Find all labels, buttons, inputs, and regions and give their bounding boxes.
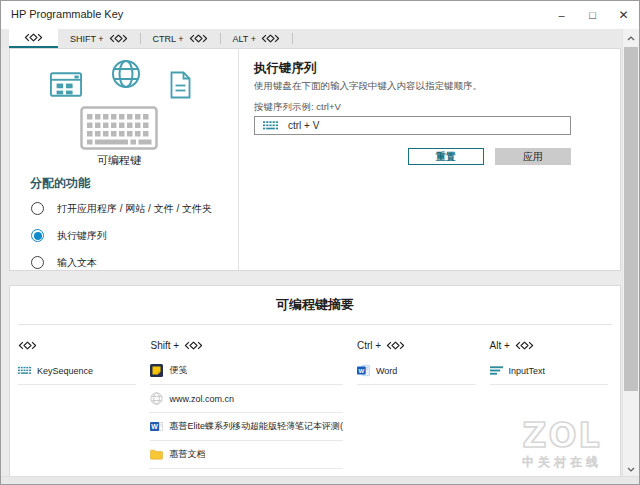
radio-indicator[interactable] — [31, 256, 44, 269]
window-controls: – □ ✕ — [546, 1, 639, 29]
text-lines-icon — [490, 364, 503, 377]
hp-key-glyph-icon — [24, 33, 43, 42]
document-icon — [169, 71, 192, 99]
radio-indicator[interactable] — [31, 229, 44, 242]
sticky-notes-icon — [150, 364, 163, 377]
summary-divider — [18, 324, 612, 325]
maximize-button[interactable]: □ — [577, 1, 608, 29]
radio-key-sequence[interactable]: 执行键序列 — [31, 222, 212, 249]
programmable-key-label: 可编程键 — [40, 153, 198, 168]
summary-column-ctrl: Ctrl +WWord — [357, 333, 476, 469]
tab-bar: SHIFT +CTRL +ALT + — [1, 29, 622, 48]
hp-key-glyph-icon — [515, 341, 534, 350]
tab-shift-key[interactable]: SHIFT + — [58, 29, 140, 48]
hp-key-glyph-icon — [109, 34, 128, 43]
word-doc-file-icon: W — [150, 420, 163, 433]
key-sequence-description: 使用键盘在下面的输入字段中键入内容以指定键顺序。 — [254, 80, 482, 93]
modifier-label: Alt + — [490, 340, 510, 351]
panel-divider — [238, 49, 239, 270]
summary-panel: 可编程键摘要 KeySequenceShift +便笺www.zol.com.c… — [9, 285, 621, 478]
radio-input-text[interactable]: 输入文本 — [31, 249, 212, 276]
tab-key[interactable] — [9, 29, 58, 48]
app-window-icon — [50, 72, 82, 97]
action-icons-row — [50, 59, 192, 99]
summary-heading: 可编程键摘要 — [10, 296, 620, 314]
close-button[interactable]: ✕ — [608, 1, 639, 29]
summary-column-key: KeySequence — [18, 333, 136, 469]
minimize-button[interactable]: – — [546, 1, 577, 29]
radio-label: 执行键序列 — [57, 229, 107, 243]
summary-item-label: 惠普Elite蝶系列移动超能版轻薄笔记本评测( — [169, 420, 343, 433]
summary-item-label: www.zol.com.cn — [169, 394, 234, 404]
keyboard-small-icon — [263, 121, 278, 130]
keyboard-icon — [80, 106, 158, 150]
radio-label: 打开应用程序 / 网站 / 文件 / 文件夹 — [57, 202, 212, 216]
modifier-label: Ctrl + — [357, 340, 381, 351]
scrollbar-thumb[interactable] — [624, 47, 638, 391]
summary-header-shift: Shift + — [150, 333, 343, 357]
svg-text:W: W — [152, 423, 159, 430]
radio-indicator[interactable] — [31, 202, 44, 215]
key-sequence-input[interactable]: ctrl + V — [254, 116, 571, 135]
summary-item-label: InputText — [509, 366, 546, 376]
modifier-label: Shift + — [150, 340, 179, 351]
key-sequence-value: ctrl + V — [288, 120, 319, 131]
app-window: HP Programmable Key – □ ✕ SHIFT +CTRL +A… — [0, 0, 640, 485]
svg-text:W: W — [358, 368, 364, 374]
summary-item[interactable]: 便笺 — [150, 357, 343, 385]
summary-grid: KeySequenceShift +便笺www.zol.com.cnW惠普Eli… — [10, 333, 620, 469]
key-sequence-heading: 执行键序列 — [254, 60, 317, 77]
summary-item[interactable]: WWord — [357, 357, 476, 385]
scroll-up-icon[interactable] — [623, 30, 639, 46]
function-options: 打开应用程序 / 网站 / 文件 / 文件夹执行键序列输入文本 — [31, 195, 212, 276]
tab-label: SHIFT + — [70, 34, 104, 44]
assigned-functions-heading: 分配的功能 — [30, 175, 90, 192]
tab-label: ALT + — [233, 34, 256, 44]
hp-key-glyph-icon — [386, 341, 405, 350]
tab-separator — [292, 33, 293, 44]
summary-item-label: 便笺 — [169, 364, 187, 377]
apply-button[interactable]: 应用 — [495, 148, 571, 165]
summary-item[interactable]: InputText — [490, 357, 608, 385]
title-bar: HP Programmable Key – □ ✕ — [1, 1, 639, 29]
window-bottom-edge — [1, 476, 639, 484]
summary-item[interactable]: W惠普Elite蝶系列移动超能版轻薄笔记本评测( — [150, 413, 343, 441]
summary-column-alt: Alt +InputText — [490, 333, 608, 469]
word-app-icon: W — [357, 364, 370, 377]
scroll-down-icon[interactable] — [623, 461, 639, 477]
globe-gray-icon — [150, 392, 163, 405]
summary-item[interactable]: 惠普文档 — [150, 441, 343, 469]
summary-column-shift: Shift +便笺www.zol.com.cnW惠普Elite蝶系列移动超能版轻… — [150, 333, 343, 469]
keyboard-small-icon — [18, 364, 31, 377]
summary-item[interactable]: KeySequence — [18, 357, 136, 385]
action-buttons: 重置 应用 — [254, 148, 571, 165]
globe-icon — [111, 59, 141, 89]
summary-header-alt: Alt + — [490, 333, 608, 357]
reset-button[interactable]: 重置 — [408, 148, 484, 165]
hp-key-glyph-icon — [18, 341, 37, 350]
hp-key-glyph-icon — [184, 341, 203, 350]
tab-ctrl-key[interactable]: CTRL + — [141, 29, 220, 48]
summary-item-label: 惠普文档 — [169, 448, 205, 461]
window-title: HP Programmable Key — [11, 8, 123, 20]
summary-item-label: Word — [376, 366, 397, 376]
summary-item[interactable]: www.zol.com.cn — [150, 385, 343, 413]
radio-label: 输入文本 — [57, 256, 97, 270]
folder-icon — [150, 448, 163, 461]
hp-key-glyph-icon — [189, 34, 208, 43]
summary-item-label: KeySequence — [37, 366, 93, 376]
tab-alt-key[interactable]: ALT + — [221, 29, 292, 48]
summary-header-key — [18, 333, 136, 357]
key-sequence-example: 按键序列示例: ctrl+V — [254, 101, 341, 114]
vertical-scrollbar[interactable] — [622, 29, 639, 478]
key-config-panel: 可编程键 分配的功能 打开应用程序 / 网站 / 文件 / 文件夹执行键序列输入… — [9, 48, 621, 271]
tab-label: CTRL + — [153, 34, 184, 44]
summary-header-ctrl: Ctrl + — [357, 333, 476, 357]
radio-open-app-website-file[interactable]: 打开应用程序 / 网站 / 文件 / 文件夹 — [31, 195, 212, 222]
hp-key-glyph-icon — [261, 34, 280, 43]
